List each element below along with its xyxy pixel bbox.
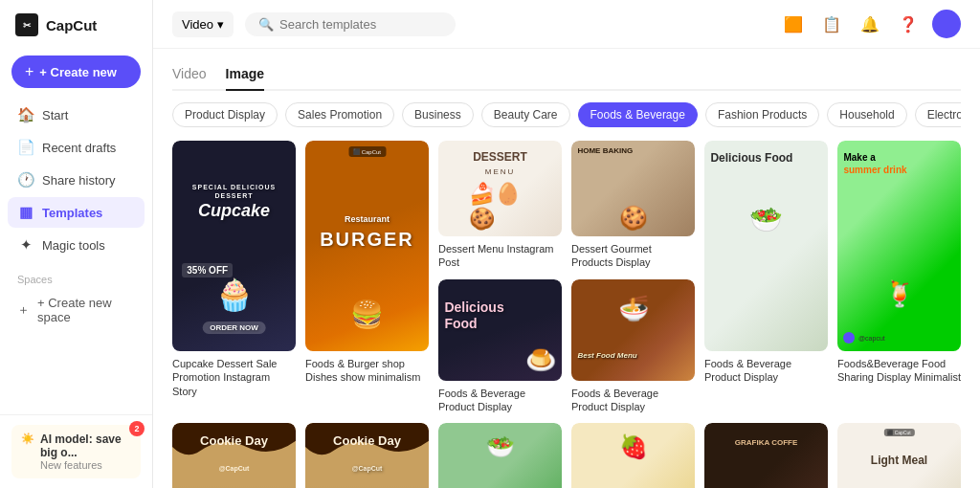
- bell-icon[interactable]: 🔔: [856, 10, 884, 38]
- sidebar-item-label: Share history: [42, 173, 116, 188]
- sidebar: ✂ CapCut + + Create new 🏠 Start 📄 Recent…: [0, 0, 153, 488]
- sidebar-item-magic-tools[interactable]: ✦ Magic tools: [8, 230, 145, 260]
- folder-icon[interactable]: 📋: [817, 10, 846, 38]
- template-cookie-day2[interactable]: Cookie Day @CapCut Vanilla 🍪 Chocolate: [305, 423, 429, 488]
- template-dessert-menu[interactable]: DESSERTMENU 🍰🥚🍪 Dessert Menu Instagram P…: [438, 141, 562, 270]
- create-new-label: + Create new: [39, 65, 117, 79]
- spaces-label: Spaces: [0, 260, 152, 289]
- header-left: Video ▾ 🔍: [172, 11, 456, 37]
- plus-icon: +: [25, 63, 33, 80]
- bag-icon[interactable]: 🟧: [779, 10, 808, 38]
- templates-icon: ▦: [17, 204, 34, 221]
- create-new-button[interactable]: + + Create new: [11, 55, 141, 88]
- template-label: Foods & Beverage Product Display: [571, 387, 695, 414]
- header: Video ▾ 🔍 🟧 📋 🔔 ❓: [153, 0, 980, 49]
- profile-row: @capcut: [843, 332, 885, 344]
- template-delicious-food[interactable]: Delicious Food 🥗 Foods & Beverage Produc…: [704, 141, 828, 413]
- category-bar: Product Display Sales Promotion Business…: [172, 102, 961, 127]
- template-grid: SPECIAL DELICIOUS DESSERT Cupcake 35% OF…: [172, 141, 961, 488]
- search-icon: 🔍: [258, 17, 274, 32]
- sidebar-item-start[interactable]: 🏠 Start: [8, 100, 145, 130]
- sidebar-item-share-history[interactable]: 🕐 Share history: [8, 165, 145, 195]
- logo-icon: ✂: [15, 13, 38, 36]
- chip-business[interactable]: Business: [402, 102, 474, 127]
- chip-beauty-care[interactable]: Beauty Care: [481, 102, 570, 127]
- search-bar: 🔍: [245, 12, 456, 36]
- template-label: Cupcake Dessert Sale Promotion Instagram…: [172, 357, 296, 398]
- app-logo: ✂ CapCut: [0, 0, 152, 50]
- ai-notification[interactable]: ☀️ AI model: save big o... New features …: [11, 425, 141, 478]
- template-label: Foods&Beverage Food Sharing Display Mini…: [837, 357, 961, 385]
- sidebar-item-templates[interactable]: ▦ Templates: [8, 197, 145, 228]
- chevron-down-icon: ▾: [217, 17, 224, 32]
- chip-electronic-products[interactable]: Electronic products: [915, 102, 961, 127]
- template-label: Dessert Menu Instagram Post: [438, 242, 562, 270]
- app-name: CapCut: [46, 17, 97, 33]
- create-space-label: + Create new space: [37, 296, 135, 324]
- template-gourmet[interactable]: HOME BAKING 🍪 Dessert Gourmet Products D…: [571, 141, 695, 270]
- sidebar-item-label: Magic tools: [42, 238, 105, 253]
- chip-product-display[interactable]: Product Display: [172, 102, 278, 127]
- sidebar-item-recent-drafts[interactable]: 📄 Recent drafts: [8, 132, 145, 163]
- create-space-icon: ＋: [17, 301, 30, 319]
- main-content: Video ▾ 🔍 🟧 📋 🔔 ❓ Video Image Product Di…: [153, 0, 980, 488]
- template-salad[interactable]: Delicious Meals, Reduced Prices 🥗: [438, 423, 562, 488]
- chip-household[interactable]: Household: [827, 102, 906, 127]
- tabs: Video Image: [172, 62, 961, 91]
- sidebar-bottom: ☀️ AI model: save big o... New features …: [0, 414, 152, 488]
- template-best-food[interactable]: Best Food Menu 🍜 Foods & Beverage Produc…: [571, 279, 695, 414]
- start-icon: 🏠: [17, 106, 34, 123]
- chip-foods-beverage[interactable]: Foods & Beverage: [578, 102, 698, 127]
- template-light-meal[interactable]: ⬛ CapCut Light Meal 🥙 Light Meal: [837, 423, 961, 488]
- media-type-button[interactable]: Video ▾: [172, 11, 234, 37]
- template-summer-drink[interactable]: Make asummer drink 🍹 @capcut Foods&Bever…: [837, 141, 961, 413]
- capcut-badge: ⬛ CapCut: [348, 146, 386, 157]
- recent-drafts-icon: 📄: [17, 139, 34, 156]
- sidebar-item-label: Recent drafts: [42, 141, 116, 155]
- ai-icon: ☀️: [21, 433, 34, 445]
- help-icon[interactable]: ❓: [894, 10, 923, 38]
- create-space-button[interactable]: ＋ + Create new space: [0, 289, 152, 331]
- template-label: Foods & Beverage Product Display: [704, 357, 828, 385]
- chip-fashion-products[interactable]: Fashion Products: [705, 102, 819, 127]
- template-delicious-card[interactable]: DeliciousFood 🍮 Foods & Beverage Product…: [438, 279, 562, 414]
- media-type-label: Video: [182, 17, 213, 32]
- header-right: 🟧 📋 🔔 ❓: [779, 10, 961, 38]
- template-label: Foods & Beverage Product Display: [438, 387, 562, 414]
- template-label: Dessert Gourmet Products Display: [571, 242, 695, 270]
- tab-image[interactable]: Image: [226, 62, 264, 91]
- template-label: Foods & Burger shop Dishes show minimali…: [305, 357, 429, 385]
- ai-badge: 2: [129, 421, 145, 436]
- user-avatar[interactable]: [932, 10, 961, 38]
- magic-tools-icon: ✦: [17, 236, 34, 254]
- template-cupcake-sale[interactable]: SPECIAL DELICIOUS DESSERT Cupcake 35% OF…: [172, 141, 296, 413]
- ai-subtitle: New features: [40, 459, 102, 471]
- ai-title: AI model: save big o...: [40, 433, 131, 459]
- template-sweet-savings[interactable]: Indulge in Sweet Savings 🍓: [571, 423, 695, 488]
- template-burger[interactable]: ⬛ CapCut Restaurant BURGER 🍔 Foods & Bur…: [305, 141, 429, 413]
- content-area: Video Image Product Display Sales Promot…: [153, 49, 980, 488]
- chip-sales-promotion[interactable]: Sales Promotion: [285, 102, 394, 127]
- template-cookie-day[interactable]: Cookie Day @CapCut 🍪 ···: [172, 423, 296, 488]
- search-input[interactable]: [279, 17, 442, 32]
- tab-video[interactable]: Video: [172, 62, 207, 91]
- template-grafika-coffe[interactable]: GRAFIKA COFFE ☕: [704, 423, 828, 488]
- sidebar-item-label: Templates: [42, 206, 102, 220]
- sidebar-item-label: Start: [42, 108, 68, 122]
- sidebar-nav: 🏠 Start 📄 Recent drafts 🕐 Share history …: [0, 100, 152, 260]
- share-history-icon: 🕐: [17, 171, 34, 189]
